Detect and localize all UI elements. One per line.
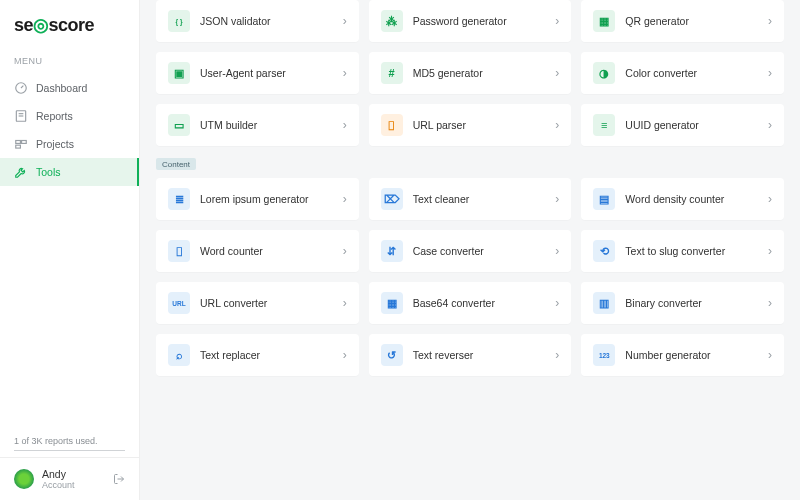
tool-label: Word density counter [625, 193, 758, 205]
sidebar-item-tools[interactable]: Tools [0, 158, 139, 186]
tool-label: Color converter [625, 67, 758, 79]
utm-builder-icon: ▭ [168, 114, 190, 136]
chevron-right-icon: › [768, 244, 772, 258]
chevron-right-icon: › [555, 296, 559, 310]
usage-label: 1 of 3K reports used. [14, 436, 98, 446]
tool-card-md5-generator[interactable]: #MD5 generator› [369, 52, 572, 94]
tool-card-user-agent-parser[interactable]: ▣User-Agent parser› [156, 52, 359, 94]
tool-card-text-cleaner[interactable]: ⌦Text cleaner› [369, 178, 572, 220]
text-reverser-icon: ↺ [381, 344, 403, 366]
word-counter-icon: ⌷ [168, 240, 190, 262]
tool-label: MD5 generator [413, 67, 546, 79]
tool-label: Text cleaner [413, 193, 546, 205]
tool-card-text-replacer[interactable]: ⌕Text replacer› [156, 334, 359, 376]
case-converter-icon: ⇵ [381, 240, 403, 262]
chevron-right-icon: › [768, 192, 772, 206]
chevron-right-icon: › [343, 348, 347, 362]
chevron-right-icon: › [555, 348, 559, 362]
url-parser-icon: ⌷ [381, 114, 403, 136]
tool-label: Text replacer [200, 349, 333, 361]
usage-text: 1 of 3K reports used. [0, 430, 139, 458]
main-content: { }JSON validator›⁂Password generator›▦Q… [140, 0, 800, 500]
tool-card-word-counter[interactable]: ⌷Word counter› [156, 230, 359, 272]
tool-card-word-density-counter[interactable]: ▤Word density counter› [581, 178, 784, 220]
svg-rect-5 [22, 141, 27, 144]
tool-card-case-converter[interactable]: ⇵Case converter› [369, 230, 572, 272]
qr-generator-icon: ▦ [593, 10, 615, 32]
json-validator-icon: { } [168, 10, 190, 32]
logo[interactable]: se◎score [0, 0, 139, 46]
text-to-slug-converter-icon: ⟲ [593, 240, 615, 262]
tool-card-uuid-generator[interactable]: ≡UUID generator› [581, 104, 784, 146]
reports-icon [14, 109, 28, 123]
color-converter-icon: ◑ [593, 62, 615, 84]
chevron-right-icon: › [343, 66, 347, 80]
tool-label: Number generator [625, 349, 758, 361]
tool-label: Base64 converter [413, 297, 546, 309]
tool-label: URL converter [200, 297, 333, 309]
base64-converter-icon: ▦ [381, 292, 403, 314]
text-replacer-icon: ⌕ [168, 344, 190, 366]
tool-label: UUID generator [625, 119, 758, 131]
word-density-counter-icon: ▤ [593, 188, 615, 210]
chevron-right-icon: › [343, 118, 347, 132]
tool-label: QR generator [625, 15, 758, 27]
sidebar-item-projects[interactable]: Projects [0, 130, 139, 158]
chevron-right-icon: › [343, 296, 347, 310]
tool-label: Text reverser [413, 349, 546, 361]
tool-card-number-generator[interactable]: 123Number generator› [581, 334, 784, 376]
tool-card-json-validator[interactable]: { }JSON validator› [156, 0, 359, 42]
logo-prefix: se [14, 15, 33, 35]
url-converter-icon: URL [168, 292, 190, 314]
section-badge: Content [156, 158, 196, 170]
tool-card-url-parser[interactable]: ⌷URL parser› [369, 104, 572, 146]
tool-label: Password generator [413, 15, 546, 27]
sidebar-item-dashboard[interactable]: Dashboard [0, 74, 139, 102]
md5-generator-icon: # [381, 62, 403, 84]
chevron-right-icon: › [343, 192, 347, 206]
sidebar-item-label: Reports [36, 110, 73, 122]
account-subtitle: Account [42, 480, 105, 490]
tool-label: Case converter [413, 245, 546, 257]
chevron-right-icon: › [768, 348, 772, 362]
svg-rect-4 [16, 141, 21, 144]
tool-card-color-converter[interactable]: ◑Color converter› [581, 52, 784, 94]
text-cleaner-icon: ⌦ [381, 188, 403, 210]
password-generator-icon: ⁂ [381, 10, 403, 32]
tool-card-lorem-ipsum-generator[interactable]: ≣Lorem ipsum generator› [156, 178, 359, 220]
tool-label: Word counter [200, 245, 333, 257]
tool-card-text-reverser[interactable]: ↺Text reverser› [369, 334, 572, 376]
projects-icon [14, 137, 28, 151]
tools-icon [14, 165, 28, 179]
account-row[interactable]: Andy Account [0, 458, 139, 500]
account-text: Andy Account [42, 468, 105, 490]
sidebar: se◎score MENU DashboardReportsProjectsTo… [0, 0, 140, 500]
tool-card-password-generator[interactable]: ⁂Password generator› [369, 0, 572, 42]
usage-divider [14, 450, 125, 451]
sidebar-item-label: Tools [36, 166, 61, 178]
chevron-right-icon: › [768, 14, 772, 28]
logout-icon[interactable] [113, 473, 125, 485]
sidebar-item-reports[interactable]: Reports [0, 102, 139, 130]
logo-o-icon: ◎ [33, 14, 49, 36]
dashboard-icon [14, 81, 28, 95]
sidebar-item-label: Projects [36, 138, 74, 150]
tool-grid: ≣Lorem ipsum generator›⌦Text cleaner›▤Wo… [156, 178, 784, 376]
user-agent-parser-icon: ▣ [168, 62, 190, 84]
tool-label: UTM builder [200, 119, 333, 131]
tool-card-url-converter[interactable]: URLURL converter› [156, 282, 359, 324]
tool-card-utm-builder[interactable]: ▭UTM builder› [156, 104, 359, 146]
tool-grid: { }JSON validator›⁂Password generator›▦Q… [156, 0, 784, 146]
tool-label: Binary converter [625, 297, 758, 309]
binary-converter-icon: ▥ [593, 292, 615, 314]
lorem-ipsum-generator-icon: ≣ [168, 188, 190, 210]
chevron-right-icon: › [768, 66, 772, 80]
nav: DashboardReportsProjectsTools [0, 74, 139, 186]
tool-label: URL parser [413, 119, 546, 131]
tool-card-text-to-slug-converter[interactable]: ⟲Text to slug converter› [581, 230, 784, 272]
number-generator-icon: 123 [593, 344, 615, 366]
tool-card-binary-converter[interactable]: ▥Binary converter› [581, 282, 784, 324]
tool-card-base64-converter[interactable]: ▦Base64 converter› [369, 282, 572, 324]
tool-card-qr-generator[interactable]: ▦QR generator› [581, 0, 784, 42]
tool-label: Lorem ipsum generator [200, 193, 333, 205]
